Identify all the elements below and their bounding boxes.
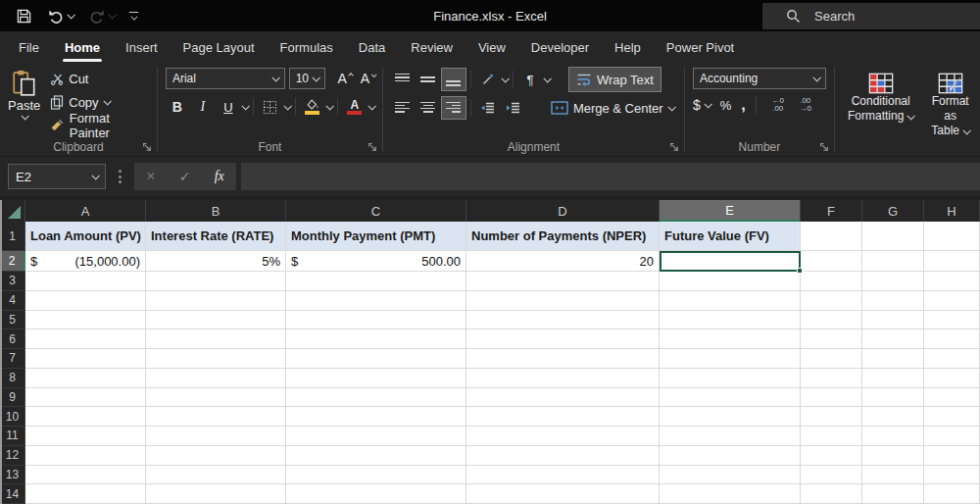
fill-color-dropdown-icon[interactable]	[325, 102, 333, 110]
align-right-button[interactable]	[442, 97, 466, 119]
cell-C13[interactable]	[286, 466, 466, 485]
cell-F2[interactable]	[801, 251, 862, 272]
cell-C11[interactable]	[286, 427, 466, 446]
cell-B14[interactable]	[146, 484, 286, 504]
clipboard-dialog-launcher-icon[interactable]	[142, 142, 153, 153]
cell-H8[interactable]	[924, 369, 980, 388]
tab-formulas[interactable]: Formulas	[268, 31, 346, 63]
formula-input[interactable]	[241, 163, 980, 190]
cell-H11[interactable]	[924, 427, 980, 446]
copy-button[interactable]: Copy	[50, 91, 151, 113]
column-header-C[interactable]: C	[286, 200, 466, 222]
cell-C8[interactable]	[286, 369, 466, 388]
cell-E4[interactable]	[660, 291, 801, 311]
cell-E8[interactable]	[660, 369, 801, 388]
row-header-14[interactable]: 14	[0, 484, 25, 504]
merge-center-dropdown-icon[interactable]	[667, 103, 675, 111]
align-center-button[interactable]	[416, 97, 440, 119]
cell-D3[interactable]	[466, 272, 660, 291]
cell-G5[interactable]	[862, 311, 924, 330]
cell-H2[interactable]	[924, 251, 980, 272]
tab-view[interactable]: View	[466, 31, 518, 63]
cell-C14[interactable]	[286, 484, 466, 504]
cell-F11[interactable]	[801, 427, 862, 446]
cell-D5[interactable]	[466, 311, 660, 330]
cell-G7[interactable]	[862, 349, 924, 369]
cell-F8[interactable]	[801, 369, 862, 388]
select-all-button[interactable]	[0, 200, 25, 222]
cell-H13[interactable]	[924, 466, 980, 485]
align-bottom-button[interactable]	[442, 69, 466, 90]
cell-D10[interactable]	[466, 407, 660, 427]
cell-B3[interactable]	[146, 272, 286, 291]
orientation-dropdown-icon[interactable]	[501, 75, 509, 82]
accounting-format-button[interactable]: $	[693, 97, 701, 113]
cell-G11[interactable]	[862, 427, 924, 446]
cell-F6[interactable]	[801, 329, 862, 349]
cell-G10[interactable]	[862, 407, 924, 427]
cell-A2[interactable]: $(15,000.00)	[25, 251, 146, 272]
bold-button[interactable]: B	[166, 96, 189, 118]
orientation-button[interactable]	[476, 69, 500, 90]
cell-H9[interactable]	[924, 388, 980, 408]
cell-H7[interactable]	[924, 349, 980, 369]
increase-indent-button[interactable]	[502, 97, 525, 119]
row-header-7[interactable]: 7	[0, 349, 25, 369]
cell-G12[interactable]	[862, 446, 924, 466]
cell-B13[interactable]	[146, 466, 286, 485]
decrease-font-size-button[interactable]: A	[354, 71, 376, 86]
cell-H12[interactable]	[924, 446, 980, 466]
cell-B6[interactable]	[146, 329, 286, 349]
tab-data[interactable]: Data	[346, 31, 398, 63]
cell-E11[interactable]	[660, 427, 801, 446]
cell-B5[interactable]	[146, 311, 286, 330]
underline-button[interactable]: U	[217, 96, 240, 118]
row-header-12[interactable]: 12	[0, 446, 25, 466]
cell-B10[interactable]	[146, 407, 286, 427]
column-header-A[interactable]: A	[25, 200, 146, 222]
cell-H3[interactable]	[924, 272, 980, 291]
cell-B9[interactable]	[146, 388, 286, 408]
cell-C12[interactable]	[286, 446, 466, 466]
borders-button[interactable]	[259, 96, 282, 118]
cell-E13[interactable]	[660, 466, 801, 485]
cell-C3[interactable]	[286, 272, 466, 291]
decrease-indent-button[interactable]	[476, 97, 500, 119]
align-left-button[interactable]	[391, 97, 415, 119]
row-header-5[interactable]: 5	[0, 311, 25, 330]
tab-developer[interactable]: Developer	[518, 31, 602, 63]
cell-F14[interactable]	[801, 484, 862, 504]
cell-C5[interactable]	[286, 311, 466, 330]
cell-A13[interactable]	[25, 466, 146, 485]
tab-help[interactable]: Help	[602, 31, 654, 63]
cell-D6[interactable]	[466, 329, 660, 349]
column-header-B[interactable]: B	[146, 200, 286, 222]
tab-insert[interactable]: Insert	[113, 31, 171, 63]
cell-G14[interactable]	[862, 484, 924, 504]
cell-A12[interactable]	[25, 446, 146, 466]
cell-A6[interactable]	[25, 329, 146, 349]
cell-G1[interactable]	[862, 222, 924, 251]
cell-F13[interactable]	[801, 466, 862, 485]
conditional-formatting-button[interactable]: Conditional Formatting	[843, 71, 918, 140]
cell-H1[interactable]	[924, 222, 980, 251]
fill-color-button[interactable]	[301, 96, 324, 118]
row-header-9[interactable]: 9	[0, 388, 25, 408]
cell-A7[interactable]	[25, 349, 146, 369]
paste-button[interactable]: Paste	[8, 68, 40, 137]
percent-style-button[interactable]: %	[720, 98, 732, 113]
cell-A14[interactable]	[25, 484, 146, 504]
cell-G8[interactable]	[862, 369, 924, 388]
cell-A1[interactable]: Loan Amount (PV)	[25, 222, 146, 251]
text-direction-dropdown-icon[interactable]	[543, 75, 551, 82]
cell-E14[interactable]	[660, 484, 801, 504]
row-header-11[interactable]: 11	[0, 427, 25, 446]
cell-G2[interactable]	[862, 251, 924, 272]
tab-review[interactable]: Review	[398, 31, 466, 63]
align-middle-button[interactable]	[416, 69, 440, 90]
cell-B4[interactable]	[146, 291, 286, 311]
decrease-decimal-button[interactable]: .00 →0	[794, 97, 817, 113]
cell-D8[interactable]	[466, 369, 660, 388]
cell-H14[interactable]	[924, 484, 980, 504]
cell-A8[interactable]	[25, 369, 146, 388]
